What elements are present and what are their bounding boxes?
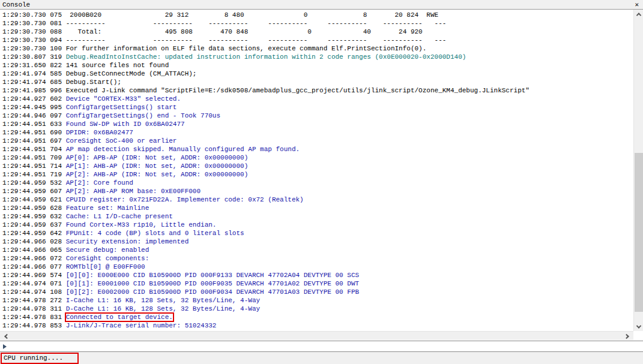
status-bar: CPU running.... (0, 352, 643, 364)
line-timestamp: 1:29:44.959 532 (2, 179, 66, 186)
line-timestamp: 1:29:41.974 585 (2, 70, 66, 77)
chevron-down-icon (636, 323, 641, 328)
console-line: 1:29:44.966 065 Secure debug: enabled (2, 246, 633, 254)
console-line: 1:29:41.985 996 Executed J-Link command … (2, 86, 633, 95)
line-message: [0][2]: E0002000 CID B105900D PID 000F90… (66, 288, 359, 296)
console-line: 1:29:44.959 642 FPUnit: 4 code (BP) slot… (2, 229, 633, 237)
line-message: ROMTbl[0] @ E00FF000 (66, 263, 145, 270)
line-message: [0][0]: E000E000 CID B105900D PID 000F91… (66, 272, 359, 279)
line-message: I-Cache L1: 16 KB, 128 Sets, 32 Bytes/Li… (66, 297, 260, 304)
line-message: CoreSight SoC-400 or earlier (66, 137, 177, 145)
line-message: Found SW-DP with ID 0x6BA02477 (66, 121, 185, 128)
console-line: 1:29:30.807 319 Debug.ReadIntoInstCache:… (2, 53, 633, 61)
line-timestamp: 1:29:30.730 094 (2, 37, 66, 44)
console-line: 1:29:44.951 704 AP map detection skipped… (2, 145, 633, 154)
command-input-row[interactable] (0, 341, 643, 352)
line-message: [0][1]: E0001000 CID B105900D PID 000F90… (66, 280, 359, 287)
vertical-scrollbar-thumb[interactable] (635, 153, 643, 312)
console-line: 1:29:44.974 071 [0][1]: E0001000 CID B10… (2, 279, 633, 288)
window-title: Console (2, 1, 30, 8)
chevron-up-icon (636, 13, 641, 17)
line-timestamp: 1:29:30.730 075 (2, 11, 66, 19)
console-line: 1:29:44.951 709 AP[0]: APB-AP (IDR: Not … (2, 154, 633, 162)
line-message: Secure debug: enabled (66, 246, 149, 254)
line-message: ---------- ---------- ---------- -------… (66, 20, 447, 27)
line-message: Found Cortex-M33 r1p10, Little endian. (66, 221, 217, 228)
line-timestamp: 1:29:44.945 995 (2, 104, 66, 111)
line-message: AP[2]: AHB-AP (IDR: Not set, ADDR: 0x000… (66, 171, 249, 178)
scroll-left-icon[interactable] (1, 332, 11, 341)
line-message: Device "CORTEX-M33" selected. (66, 95, 181, 103)
line-message: Debug.Start(); (66, 79, 121, 86)
console-line: 1:29:44.959 607 AP[2]: AHB-AP ROM base: … (2, 187, 633, 195)
line-timestamp: 1:29:44.951 690 (2, 129, 66, 136)
line-message: Cache: L1 I/D-cache present (66, 213, 173, 220)
line-timestamp: 1:29:44.978 853 (2, 322, 66, 329)
line-message: Total: 495 808 470 848 0 40 24 920 (66, 28, 423, 35)
console-line: 1:29:30.730 100 For further information … (2, 44, 633, 53)
line-message: Security extension: implemented (66, 238, 189, 245)
console-line: 1:29:44.946 097 ConfigTargetSettings() e… (2, 112, 633, 120)
line-timestamp: 1:29:44.951 633 (2, 121, 66, 128)
line-timestamp: 1:29:44.959 607 (2, 188, 66, 195)
scroll-up-icon[interactable] (634, 10, 643, 19)
line-message: 2000B020 29 312 8 480 0 8 20 824 RWE (66, 11, 439, 19)
vertical-scrollbar[interactable] (633, 10, 643, 331)
line-timestamp: 1:29:44.978 311 (2, 305, 66, 312)
console-line: 1:29:44.966 077 ROMTbl[0] @ E00FF000 (2, 263, 633, 271)
line-timestamp: 1:29:44.978 272 (2, 297, 66, 304)
line-message: AP[0]: APB-AP (IDR: Not set, ADDR: 0x000… (66, 154, 249, 161)
line-timestamp: 1:29:31.650 822 (2, 62, 66, 69)
line-timestamp: 1:29:44.959 632 (2, 213, 66, 220)
console-line: 1:29:44.951 633 Found SW-DP with ID 0x6B… (2, 120, 633, 128)
console-log[interactable]: 1:29:30.730 075 2000B020 29 312 8 480 0 … (0, 10, 633, 331)
line-timestamp: 1:29:44.974 071 (2, 280, 66, 287)
line-message: ConfigTargetSettings() start (66, 104, 177, 111)
highlighted-message: Connected to target device. (66, 314, 173, 321)
horizontal-scrollbar[interactable] (0, 331, 633, 340)
scroll-right-icon[interactable] (623, 332, 632, 341)
close-icon[interactable]: ✕ (633, 1, 640, 9)
line-message: J-Link/J-Trace serial number: 51024332 (66, 322, 217, 329)
line-message: CPUID register: 0x721FD22A. Implementer … (66, 196, 304, 203)
line-timestamp: 1:29:44.951 714 (2, 163, 66, 170)
console-line: 1:29:30.730 094 ---------- ---------- --… (2, 36, 633, 44)
line-timestamp: 1:29:44.969 574 (2, 272, 66, 279)
console-line: 1:29:44.951 714 AP[1]: AHB-AP (IDR: Not … (2, 162, 633, 170)
chevron-left-icon (4, 333, 9, 338)
console-line: 1:29:44.978 831 Connected to target devi… (2, 313, 633, 321)
line-message: Debug.SetConnectMode (CM_ATTACH); (66, 70, 197, 77)
command-input[interactable] (9, 342, 643, 351)
line-message: Feature set: Mainline (66, 204, 149, 212)
console-line: 1:29:30.730 075 2000B020 29 312 8 480 0 … (2, 11, 633, 19)
line-timestamp: 1:29:44.951 709 (2, 154, 66, 161)
line-timestamp: 1:29:44.959 637 (2, 221, 66, 228)
line-timestamp: 1:29:44.927 602 (2, 95, 66, 103)
line-timestamp: 1:29:44.974 108 (2, 288, 66, 296)
line-timestamp: 1:29:44.959 642 (2, 230, 66, 237)
console-line: 1:29:30.730 081 ---------- ---------- --… (2, 19, 633, 28)
line-message: D-Cache L1: 16 KB, 128 Sets, 32 Bytes/Li… (66, 305, 260, 312)
line-message: AP[2]: AHB-AP ROM base: 0xE00FF000 (66, 188, 201, 195)
console-line: 1:29:44.951 697 CoreSight SoC-400 or ear… (2, 137, 633, 145)
line-message: Debug.ReadIntoInstCache: updated instruc… (66, 53, 466, 61)
line-timestamp: 1:29:44.946 097 (2, 112, 66, 119)
line-timestamp: 1:29:44.951 719 (2, 171, 66, 178)
line-timestamp: 1:29:30.807 319 (2, 53, 66, 61)
console-line: 1:29:44.959 637 Found Cortex-M33 r1p10, … (2, 221, 633, 229)
scroll-down-icon[interactable] (634, 322, 643, 331)
console-line: 1:29:44.978 272 I-Cache L1: 16 KB, 128 S… (2, 296, 633, 305)
console-line: 1:29:44.978 853 J-Link/J-Trace serial nu… (2, 321, 633, 330)
line-timestamp: 1:29:44.966 072 (2, 255, 66, 262)
line-message: Executed J-Link command "ScriptFile=E:/s… (66, 87, 530, 94)
line-timestamp: 1:29:30.730 088 (2, 28, 66, 35)
console-line: 1:29:44.969 574 [0][0]: E000E000 CID B10… (2, 271, 633, 279)
console-line: 1:29:44.951 690 DPIDR: 0x6BA02477 (2, 128, 633, 137)
line-timestamp: 1:29:30.730 081 (2, 20, 66, 27)
line-message: ConfigTargetSettings() end - Took 770us (66, 112, 220, 119)
line-message: For further information on ELF file data… (66, 45, 427, 52)
console-titlebar: Console ✕ (0, 0, 643, 10)
line-timestamp: 1:29:41.985 996 (2, 87, 66, 94)
chevron-right-icon (624, 333, 629, 338)
line-timestamp: 1:29:44.959 621 (2, 196, 66, 203)
